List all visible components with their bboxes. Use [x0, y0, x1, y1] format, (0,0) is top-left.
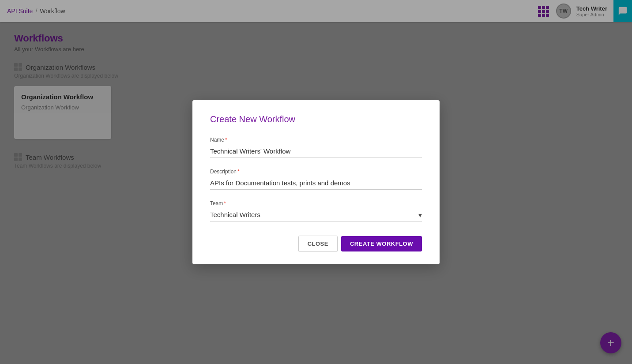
modal-actions: CLOSE CREATE WORKFLOW — [210, 236, 422, 252]
name-form-group: Name * — [210, 137, 422, 158]
create-workflow-modal: Create New Workflow Name * Description *… — [192, 100, 440, 264]
team-label: Team * — [210, 200, 422, 206]
name-required-star: * — [225, 137, 227, 143]
description-required-star: * — [237, 169, 240, 175]
team-form-group: Team * Technical Writers Engineering Pro… — [210, 200, 422, 221]
description-form-group: Description * — [210, 169, 422, 190]
team-select-wrapper: Technical Writers Engineering Product De… — [210, 208, 422, 221]
name-input[interactable] — [210, 145, 422, 158]
name-label: Name * — [210, 137, 422, 143]
modal-title: Create New Workflow — [210, 114, 422, 124]
description-label: Description * — [210, 169, 422, 175]
team-select[interactable]: Technical Writers Engineering Product De… — [210, 208, 422, 221]
description-input[interactable] — [210, 176, 422, 190]
create-workflow-button[interactable]: CREATE WORKFLOW — [341, 236, 422, 251]
modal-overlay: Create New Workflow Name * Description *… — [0, 0, 632, 364]
team-required-star: * — [224, 200, 226, 206]
close-button[interactable]: CLOSE — [298, 236, 338, 252]
